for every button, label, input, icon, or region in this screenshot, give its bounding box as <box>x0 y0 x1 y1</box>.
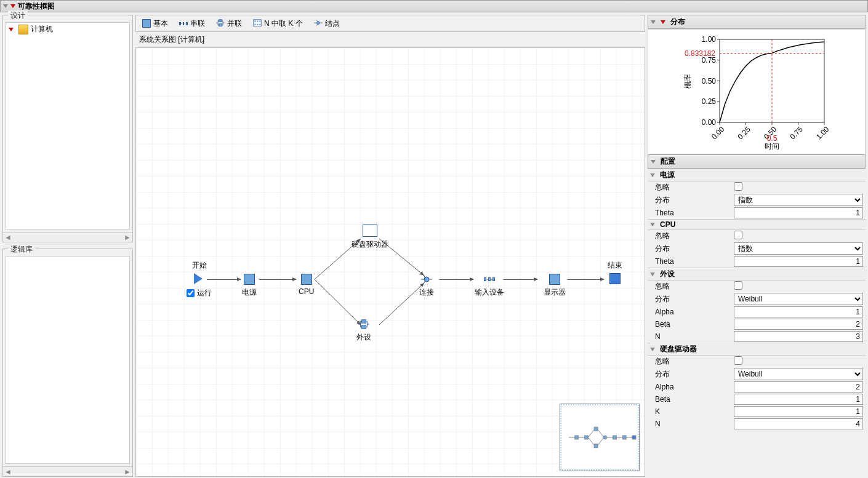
menu-icon[interactable] <box>661 20 665 24</box>
node-cpu[interactable]: CPU <box>299 274 314 296</box>
design-panel: 设计 计算机 ◄► <box>2 15 133 242</box>
node-peripheral[interactable]: 外设 <box>356 319 371 343</box>
edge <box>503 279 537 280</box>
svg-rect-1 <box>219 24 222 26</box>
section-peripheral[interactable]: 外设 <box>648 268 866 281</box>
prop-label: Alpha <box>650 383 730 391</box>
diagram-canvas[interactable]: 开始 运行 电源 CPU 硬盘驱动器 <box>135 47 645 477</box>
power-dist-select[interactable]: 指数 <box>734 194 863 206</box>
hdd-ignore-checkbox[interactable] <box>734 356 742 365</box>
node-hdd[interactable]: 硬盘驱动器 <box>352 225 388 250</box>
basic-block-icon <box>549 274 560 285</box>
tree-item-computer[interactable]: 计算机 <box>6 23 129 36</box>
collapse-icon[interactable] <box>651 160 656 164</box>
periph-beta-input[interactable] <box>734 319 863 330</box>
run-checkbox-input[interactable] <box>187 289 195 297</box>
svg-text:1.00: 1.00 <box>814 125 830 141</box>
hdd-beta-input[interactable] <box>734 394 863 405</box>
prop-label: 忽略 <box>650 281 730 292</box>
prop-label: 分布 <box>650 294 730 305</box>
hscroll[interactable]: ◄► <box>3 232 132 242</box>
periph-ignore-checkbox[interactable] <box>734 281 742 290</box>
node-end[interactable]: 结束 <box>608 260 622 284</box>
edge <box>567 279 604 280</box>
periph-dist-row: 分布 Weibull <box>648 292 866 306</box>
node-input[interactable]: 输入设备 <box>475 274 504 298</box>
config-header[interactable]: 配置 <box>648 154 866 169</box>
library-tree[interactable] <box>6 256 130 464</box>
svg-line-22 <box>588 429 594 437</box>
menu-icon[interactable] <box>10 4 15 8</box>
collapse-icon[interactable] <box>651 20 656 24</box>
periph-n-input[interactable] <box>734 331 863 342</box>
hdd-k-input[interactable] <box>734 406 863 417</box>
section-hdd[interactable]: 硬盘驱动器 <box>648 343 866 356</box>
power-theta-input[interactable] <box>734 207 863 218</box>
hdd-k-row: K <box>648 405 866 418</box>
power-ignore-checkbox[interactable] <box>734 182 742 191</box>
hdd-dist-select[interactable]: Weibull <box>734 368 863 380</box>
prop-label: 忽略 <box>650 356 730 367</box>
parallel-block-icon <box>358 319 369 330</box>
kofn-icon <box>253 19 262 28</box>
tool-parallel[interactable]: 并联 <box>216 18 242 29</box>
svg-line-24 <box>588 437 594 445</box>
knot-block-icon <box>421 274 432 285</box>
design-tree[interactable]: 计算机 <box>6 22 130 229</box>
node-connection[interactable]: 连接 <box>419 274 434 298</box>
hdd-n-input[interactable] <box>734 418 863 429</box>
hscroll[interactable]: ◄► <box>3 466 132 476</box>
collapse-icon[interactable] <box>650 173 655 177</box>
svg-rect-0 <box>219 20 222 22</box>
svg-rect-14 <box>361 320 366 323</box>
collapse-icon[interactable] <box>3 4 8 8</box>
node-display[interactable]: 显示器 <box>544 274 566 298</box>
prop-label: 忽略 <box>650 182 730 193</box>
svg-text:0.5: 0.5 <box>767 134 778 143</box>
series-icon <box>179 19 188 28</box>
collapse-icon[interactable] <box>650 348 655 351</box>
series-block-icon <box>484 274 495 285</box>
svg-point-9 <box>316 22 319 25</box>
prop-label: N <box>650 420 730 428</box>
tool-kofn[interactable]: N 中取 K 个 <box>253 18 303 29</box>
prop-label: Theta <box>650 209 730 217</box>
cpu-theta-input[interactable] <box>734 256 863 267</box>
prop-label: Theta <box>650 257 730 266</box>
svg-rect-3 <box>254 20 255 22</box>
svg-rect-19 <box>575 436 579 439</box>
tool-series-label: 串联 <box>190 18 205 29</box>
section-cpu[interactable]: CPU <box>648 219 866 230</box>
distribution-header[interactable]: 分布 <box>648 15 866 29</box>
window-titlebar: 可靠性框图 <box>0 0 868 12</box>
periph-alpha-input[interactable] <box>734 306 863 317</box>
cpu-ignore-checkbox[interactable] <box>734 231 742 239</box>
tool-basic[interactable]: 基本 <box>142 18 168 29</box>
run-label: 运行 <box>197 288 212 298</box>
hdd-alpha-row: Alpha <box>648 381 866 393</box>
node-start[interactable]: 开始 运行 <box>187 260 212 298</box>
section-label: 外设 <box>660 269 675 279</box>
node-power[interactable]: 电源 <box>242 274 257 298</box>
periph-dist-select[interactable]: Weibull <box>734 293 863 305</box>
cpu-theta-row: Theta <box>648 255 866 268</box>
collapse-icon[interactable] <box>650 223 655 226</box>
svg-rect-21 <box>584 436 588 439</box>
tool-knot-label: 结点 <box>325 18 340 29</box>
tool-series[interactable]: 串联 <box>179 18 205 29</box>
prop-label: 忽略 <box>650 231 730 241</box>
hdd-alpha-input[interactable] <box>734 381 863 392</box>
run-checkbox[interactable]: 运行 <box>187 288 212 298</box>
svg-text:概率: 概率 <box>683 74 692 89</box>
section-power[interactable]: 电源 <box>648 169 866 181</box>
tree-item-label: 计算机 <box>31 24 53 34</box>
svg-rect-25 <box>594 444 598 448</box>
minimap[interactable] <box>560 404 640 471</box>
node-label: 电源 <box>242 287 257 298</box>
start-icon <box>194 273 205 284</box>
collapse-icon[interactable] <box>650 273 655 276</box>
cpu-dist-select[interactable]: 指数 <box>734 242 863 255</box>
svg-text:0.00: 0.00 <box>702 118 717 127</box>
tool-knot[interactable]: 结点 <box>314 18 340 29</box>
tree-menu-icon[interactable] <box>9 28 14 31</box>
